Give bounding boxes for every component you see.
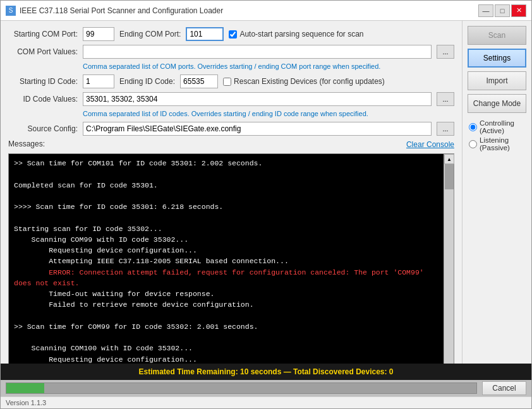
console-line-8: Scanning COM99 with ID code 35302... (14, 235, 188, 244)
console-wrapper: >> Scan time for COM101 for ID code 3530… (8, 153, 454, 364)
source-config-row: Source Config: ... (8, 122, 454, 136)
console-line-14: >> Scan time for COM99 for ID code 35302… (14, 323, 258, 331)
footer: Version 1.1.3 (1, 396, 531, 408)
source-config-input[interactable] (83, 122, 432, 136)
console-line-9: Requesting device configuration... (14, 246, 197, 254)
clear-console-button[interactable]: Clear Console (406, 140, 454, 149)
scrollbar-track (444, 164, 454, 364)
listening-radio[interactable] (469, 140, 477, 148)
auto-start-checkbox-label: Auto-start parsing sequence for scan (229, 30, 363, 39)
ending-id-code-label: Ending ID Code: (119, 77, 175, 86)
id-code-values-row: ID Code Values: ... (8, 92, 454, 106)
console-error-line: ERROR: Connection attempt failed, reques… (14, 268, 428, 287)
listening-label-text: Listening (Passive) (480, 136, 525, 151)
maximize-button[interactable]: □ (495, 4, 510, 17)
id-code-values-input[interactable] (83, 92, 432, 106)
messages-header-row: Messages: Clear Console (8, 139, 454, 150)
starting-com-port-label: Starting COM Port: (8, 30, 78, 39)
console-line-10: Attempting IEEE C37.118-2005 SERIAL base… (14, 257, 289, 265)
com-port-values-row: COM Port Values: ... (8, 45, 454, 59)
messages-label: Messages: (8, 139, 45, 148)
main-window: S IEEE C37.118 Serial Port Scanner and C… (0, 0, 532, 409)
com-port-values-input[interactable] (83, 45, 432, 59)
starting-id-code-input[interactable] (83, 74, 114, 88)
title-controls: — □ ✕ (478, 4, 526, 17)
com-port-values-label: COM Port Values: (8, 47, 78, 56)
source-config-label: Source Config: (8, 124, 78, 133)
rescan-label-text: Rescan Existing Devices (for config upda… (234, 77, 385, 86)
controlling-label-text: Controlling (Active) (480, 119, 525, 134)
com-port-browse-button[interactable]: ... (437, 45, 454, 59)
progress-bar-inner (6, 383, 44, 393)
status-bar: Estimated Time Remaining: 10 seconds — T… (1, 364, 531, 380)
console-line-5: >>>> Scan time for ID code 35301: 6.218 … (14, 203, 223, 211)
console-line-11: Timed-out waiting for device response. (14, 290, 214, 298)
window-title: IEEE C37.118 Serial Port Scanner and Con… (20, 6, 223, 15)
version-text: Version 1.1.3 (6, 399, 46, 406)
console-line-1: >> Scan time for COM101 for ID code 3530… (14, 159, 262, 167)
ending-com-port-label: Ending COM Port: (119, 30, 181, 39)
auto-start-label-text: Auto-start parsing sequence for scan (239, 30, 363, 39)
mode-radio-group: Controlling (Active) Listening (Passive) (468, 117, 526, 154)
id-code-values-hint: Comma separated list of ID codes. Overri… (83, 110, 454, 117)
title-bar: S IEEE C37.118 Serial Port Scanner and C… (1, 1, 531, 21)
console-scrollbar: ▲ ▼ (444, 154, 454, 364)
scroll-up-button[interactable]: ▲ (444, 154, 454, 164)
console-line-7: Starting scan for ID code 35302... (14, 225, 162, 233)
main-content: Starting COM Port: Ending COM Port: Auto… (1, 21, 531, 364)
id-code-browse-button[interactable]: ... (437, 92, 454, 106)
controlling-radio-label: Controlling (Active) (469, 119, 525, 134)
minimize-button[interactable]: — (478, 4, 493, 17)
change-mode-button[interactable]: Change Mode (468, 94, 526, 113)
id-code-values-label: ID Code Values: (8, 95, 78, 104)
import-button[interactable]: Import (468, 71, 526, 90)
left-panel: Starting COM Port: Ending COM Port: Auto… (1, 21, 462, 364)
rescan-checkbox[interactable] (223, 78, 231, 86)
right-panel: Scan Settings Import Change Mode Control… (462, 21, 531, 364)
app-icon: S (6, 6, 16, 16)
progress-bar-area: Cancel (1, 380, 531, 396)
scrollbar-thumb[interactable] (445, 164, 454, 189)
status-text: Estimated Time Remaining: 10 seconds — T… (138, 367, 393, 376)
scan-button[interactable]: Scan (468, 26, 526, 45)
console-line-17: Requesting device configuration... (14, 355, 197, 364)
ending-id-code-input[interactable] (180, 74, 218, 88)
title-bar-left: S IEEE C37.118 Serial Port Scanner and C… (6, 6, 223, 16)
com-port-values-hint: Comma separated list of COM ports. Overr… (83, 62, 454, 70)
ending-com-port-input[interactable] (186, 27, 224, 41)
console-line-3: Completed scan for ID code 35301. (14, 181, 158, 189)
controlling-radio[interactable] (469, 123, 477, 131)
progress-bar-outer (6, 382, 477, 394)
starting-id-code-label: Starting ID Code: (8, 77, 78, 86)
id-code-row: Starting ID Code: Ending ID Code: Rescan… (8, 74, 454, 88)
source-config-browse-button[interactable]: ... (437, 122, 454, 136)
console-line-12: Failed to retrieve remote device configu… (14, 300, 254, 309)
auto-start-checkbox[interactable] (229, 30, 237, 39)
listening-radio-label: Listening (Passive) (469, 136, 525, 151)
com-port-row: Starting COM Port: Ending COM Port: Auto… (8, 27, 454, 41)
settings-button[interactable]: Settings (468, 49, 526, 68)
starting-com-port-input[interactable] (83, 27, 114, 41)
console-output: >> Scan time for COM101 for ID code 3530… (9, 154, 444, 364)
rescan-checkbox-label: Rescan Existing Devices (for config upda… (223, 77, 385, 86)
console-line-16: Scanning COM100 with ID code 35302... (14, 344, 193, 352)
cancel-button[interactable]: Cancel (482, 381, 526, 395)
close-button[interactable]: ✕ (511, 4, 526, 17)
